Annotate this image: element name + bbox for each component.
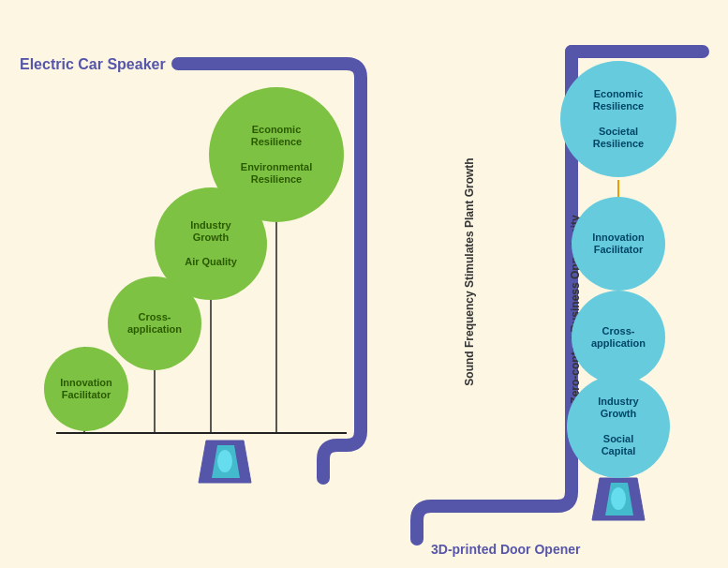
innovation-facilitator-label: InnovationFacilitator <box>60 377 112 401</box>
innovation-facilitator-r-circle: InnovationFacilitator <box>572 197 665 291</box>
industry-social-circle: IndustryGrowthSocialCapital <box>567 375 670 478</box>
cross-application-r-label: Cross-application <box>591 325 646 350</box>
industry-growth-label: IndustryGrowthAir Quality <box>185 219 237 269</box>
bottom-label: 3D-printed Door Opener <box>431 542 580 557</box>
diagram-container: Electric Car Speaker Sound Freque <box>0 0 728 568</box>
innovation-facilitator-r-label: InnovationFacilitator <box>592 232 645 256</box>
industry-social-label: IndustryGrowthSocialCapital <box>598 396 638 457</box>
economic-societal-circle: EconomicResilienceSocietalResilience <box>560 61 676 177</box>
economic-resilience-label: EconomicResilienceEnvironmentalResilienc… <box>241 124 312 186</box>
innovation-facilitator-circle: InnovationFacilitator <box>44 347 128 431</box>
cross-application-label: Cross-application <box>127 311 182 336</box>
svg-point-10 <box>217 450 232 472</box>
economic-resilience-circle: EconomicResilienceEnvironmentalResilienc… <box>209 87 344 222</box>
economic-societal-label: EconomicResilienceSocietalResilience <box>593 88 644 150</box>
cross-application-r-circle: Cross-application <box>572 291 665 384</box>
svg-point-22 <box>611 487 626 510</box>
svg-text:Sound Frequency Stimulates Pla: Sound Frequency Stimulates Plant Growth <box>463 157 476 385</box>
